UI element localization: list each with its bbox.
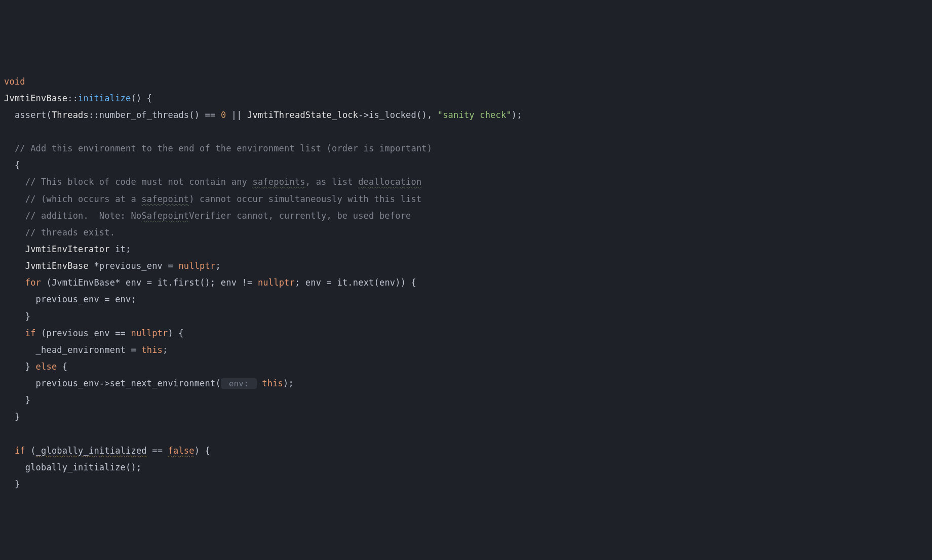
semi: ; (126, 244, 131, 254)
comment: // (which occurs at a safepoint) cannot … (25, 194, 422, 204)
param-hint: env: (221, 378, 257, 389)
globally-initialize-call: globally_initialize (25, 462, 126, 472)
eq-op: == (147, 446, 168, 456)
threads-class: Threads (52, 110, 89, 120)
keyword-void: void (4, 76, 25, 87)
scope-op: :: (89, 110, 99, 120)
spell-squiggle: safepoints (252, 177, 305, 187)
type-name: JvmtiEnvIterator (25, 244, 110, 254)
num-threads-call: number_of_threads (99, 110, 189, 120)
comment: // threads exist. (25, 227, 115, 237)
comma: , (427, 110, 438, 120)
this-keyword: this (141, 345, 163, 355)
function-name: initialize (78, 93, 131, 103)
or-op: || (226, 110, 247, 120)
arrow-op: -> (358, 110, 369, 120)
close-paren-semi: ); (512, 110, 522, 120)
assign-stmt: previous_env = env; (36, 294, 136, 304)
brace-close: } (15, 412, 20, 422)
inspection-squiggle: _globally_initialized (36, 446, 147, 456)
brace-close: } (25, 362, 30, 372)
semi: ; (163, 345, 168, 355)
comment: // Add this environment to the end of th… (15, 143, 432, 153)
nullptr-keyword: nullptr (131, 328, 168, 338)
paren-semi: (); (126, 462, 141, 472)
brace-close: } (25, 395, 30, 405)
for-mid: (); env != (200, 277, 258, 288)
for-keyword: for (25, 277, 41, 288)
var-decl: it (110, 244, 126, 254)
if-keyword: if (25, 328, 36, 338)
spell-squiggle: Safepoint (141, 211, 189, 221)
nullptr-keyword: nullptr (178, 261, 215, 271)
for-tail: (env)) { (374, 277, 416, 288)
brace-close: } (25, 311, 30, 322)
brace-open: { (141, 93, 152, 103)
lock-var: JvmtiThreadState_lock (247, 110, 358, 120)
if-cond: (previous_env == (36, 328, 131, 338)
for-end: ; env = it. (295, 277, 353, 288)
spell-squiggle: safepoint (141, 194, 189, 204)
prev-env-arrow: previous_env-> (36, 378, 110, 388)
number-zero: 0 (221, 110, 226, 120)
this-keyword: this (262, 378, 283, 388)
first-call: first (173, 277, 200, 288)
type-name: JvmtiEnvBase (25, 261, 89, 271)
close-paren-semi: ); (283, 378, 294, 388)
class-name: JvmtiEnvBase (4, 93, 67, 103)
paren: () (131, 93, 141, 103)
spell-squiggle: deallocation (358, 177, 421, 187)
paren: () (416, 110, 427, 120)
inspection-squiggle: false (168, 446, 195, 456)
paren: ( (46, 110, 51, 120)
next-call: next (353, 277, 374, 288)
semi: ; (215, 261, 220, 271)
brace-open: { (62, 362, 67, 372)
head-env-assign: _head_environment = (36, 345, 142, 355)
set-next-env-call: set_next_environment (110, 378, 216, 388)
brace-close: } (15, 479, 20, 489)
paren: ( (215, 378, 220, 388)
comment: // This block of code must not contain a… (25, 177, 422, 187)
if-cond-end: ) { (168, 328, 184, 338)
eq-op: == (200, 110, 221, 120)
if-keyword: if (15, 446, 25, 456)
close-paren-brace: ) { (195, 446, 210, 456)
scope-op: :: (67, 93, 78, 103)
is-locked-call: is_locked (369, 110, 416, 120)
nullptr-keyword: nullptr (258, 277, 295, 288)
paren: () (189, 110, 200, 120)
comment: // addition. Note: NoSafepointVerifier c… (25, 211, 411, 221)
for-head: (JvmtiEnvBase* env = it. (41, 277, 173, 288)
assert-call: assert (15, 110, 47, 120)
paren: ( (25, 446, 36, 456)
string-literal: "sanity check" (438, 110, 512, 120)
code-editor[interactable]: void JvmtiEnvBase::initialize() { assert… (4, 73, 928, 493)
else-keyword: else (30, 362, 62, 372)
brace-open: { (15, 160, 20, 170)
var-decl: *previous_env = (89, 261, 178, 271)
